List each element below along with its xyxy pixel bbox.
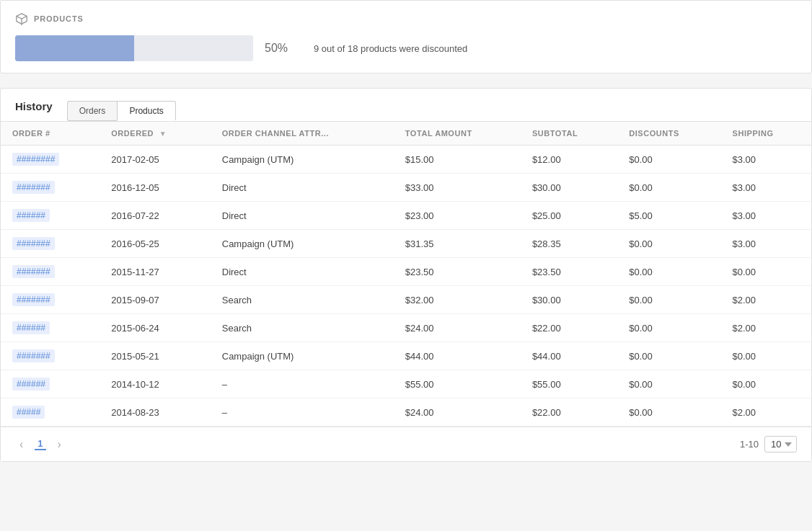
cell-ordered: 2017-02-05 [100, 146, 211, 174]
col-discounts: DISCOUNTS [617, 122, 720, 146]
cell-channel: Campaign (UTM) [211, 342, 394, 370]
order-id-link[interactable]: ######## [12, 153, 59, 166]
cell-ordered: 2014-08-23 [100, 398, 211, 427]
col-subtotal: SUBTOTAL [521, 122, 617, 146]
cell-shipping: $3.00 [721, 146, 811, 174]
progress-bar-container [15, 35, 253, 61]
cell-subtotal: $55.00 [521, 370, 617, 398]
col-order-num: ORDER # [1, 122, 100, 146]
cell-total: $55.00 [394, 370, 521, 398]
col-channel: ORDER CHANNEL ATTR... [211, 122, 394, 146]
cell-discounts: $0.00 [617, 342, 720, 370]
cell-shipping: $0.00 [721, 342, 811, 370]
col-shipping: SHIPPING [721, 122, 811, 146]
cell-ordered: 2015-06-24 [100, 314, 211, 342]
cell-channel: – [211, 370, 394, 398]
order-id-link[interactable]: ####### [12, 293, 55, 306]
cell-subtotal: $22.00 [521, 314, 617, 342]
col-ordered[interactable]: ORDERED ▼ [100, 122, 211, 146]
current-page: 1 [35, 438, 45, 450]
pagination-right: 1-10 10 25 50 [740, 436, 797, 452]
cell-order-num[interactable]: ####### [1, 174, 100, 202]
cell-total: $24.00 [394, 314, 521, 342]
order-id-link[interactable]: ###### [12, 378, 50, 391]
cell-subtotal: $23.50 [521, 258, 617, 286]
cell-discounts: $0.00 [617, 398, 720, 427]
cell-discounts: $5.00 [617, 202, 720, 230]
cell-discounts: $0.00 [617, 230, 720, 258]
products-header: PRODUCTS [15, 12, 797, 25]
progress-bar-fill [15, 35, 134, 61]
progress-row: 50% 9 out of 18 products were discounted [15, 35, 797, 61]
prev-page-button[interactable]: ‹ [15, 437, 27, 452]
cell-total: $23.50 [394, 258, 521, 286]
cell-discounts: $0.00 [617, 314, 720, 342]
cell-ordered: 2015-05-21 [100, 342, 211, 370]
table-row: ####### 2015-09-07 Search $32.00 $30.00 … [1, 286, 811, 314]
order-id-link[interactable]: ###### [12, 321, 50, 334]
order-id-link[interactable]: ####### [12, 237, 55, 250]
box-icon [15, 12, 28, 25]
tab-orders[interactable]: Orders [67, 101, 118, 121]
cell-order-num[interactable]: ###### [1, 202, 100, 230]
cell-channel: Direct [211, 174, 394, 202]
cell-order-num[interactable]: ######## [1, 146, 100, 174]
sort-icon: ▼ [159, 130, 167, 138]
next-page-button[interactable]: › [53, 437, 66, 452]
cell-channel: – [211, 398, 394, 427]
cell-order-num[interactable]: ####### [1, 342, 100, 370]
orders-table: ORDER # ORDERED ▼ ORDER CHANNEL ATTR... … [1, 122, 811, 427]
products-card: PRODUCTS 50% 9 out of 18 products were d… [0, 0, 812, 73]
cell-channel: Campaign (UTM) [211, 146, 394, 174]
cell-subtotal: $25.00 [521, 202, 617, 230]
table-row: ###### 2014-10-12 – $55.00 $55.00 $0.00 … [1, 370, 811, 398]
history-section: History Orders Products ORDER # ORDERED … [0, 88, 812, 462]
cell-discounts: $0.00 [617, 258, 720, 286]
history-title: History [15, 100, 53, 121]
cell-order-num[interactable]: ###### [1, 370, 100, 398]
cell-total: $24.00 [394, 398, 521, 427]
cell-order-num[interactable]: ###### [1, 314, 100, 342]
cell-order-num[interactable]: ####### [1, 286, 100, 314]
cell-ordered: 2016-12-05 [100, 174, 211, 202]
per-page-select[interactable]: 10 25 50 [764, 436, 797, 452]
cell-ordered: 2015-09-07 [100, 286, 211, 314]
order-id-link[interactable]: ####### [12, 265, 55, 278]
cell-total: $33.00 [394, 174, 521, 202]
cell-ordered: 2014-10-12 [100, 370, 211, 398]
order-id-link[interactable]: ##### [12, 406, 45, 419]
cell-subtotal: $28.35 [521, 230, 617, 258]
cell-channel: Direct [211, 258, 394, 286]
cell-shipping: $3.00 [721, 202, 811, 230]
tab-products[interactable]: Products [117, 101, 175, 121]
cell-order-num[interactable]: ##### [1, 398, 100, 427]
cell-total: $32.00 [394, 286, 521, 314]
cell-shipping: $3.00 [721, 174, 811, 202]
cell-subtotal: $30.00 [521, 286, 617, 314]
page-range: 1-10 [740, 439, 759, 450]
progress-percentage: 50% [265, 42, 288, 55]
table-row: ######## 2017-02-05 Campaign (UTM) $15.0… [1, 146, 811, 174]
cell-ordered: 2016-07-22 [100, 202, 211, 230]
cell-subtotal: $12.00 [521, 146, 617, 174]
table-row: ###### 2016-07-22 Direct $23.00 $25.00 $… [1, 202, 811, 230]
order-id-link[interactable]: ####### [12, 349, 55, 362]
products-discount-text: 9 out of 18 products were discounted [314, 43, 467, 54]
products-section-title: PRODUCTS [34, 14, 84, 23]
order-id-link[interactable]: ####### [12, 181, 55, 194]
cell-total: $23.00 [394, 202, 521, 230]
history-tabs: Orders Products [67, 101, 176, 120]
table-header-row: ORDER # ORDERED ▼ ORDER CHANNEL ATTR... … [1, 122, 811, 146]
table-row: ##### 2014-08-23 – $24.00 $22.00 $0.00 $… [1, 398, 811, 427]
cell-order-num[interactable]: ####### [1, 258, 100, 286]
order-id-link[interactable]: ###### [12, 209, 50, 222]
table-row: ####### 2016-05-25 Campaign (UTM) $31.35… [1, 230, 811, 258]
cell-discounts: $0.00 [617, 174, 720, 202]
pagination-controls: ‹ 1 › [15, 437, 66, 452]
cell-shipping: $2.00 [721, 286, 811, 314]
cell-total: $15.00 [394, 146, 521, 174]
cell-total: $31.35 [394, 230, 521, 258]
col-total: TOTAL AMOUNT [394, 122, 521, 146]
cell-order-num[interactable]: ####### [1, 230, 100, 258]
cell-shipping: $0.00 [721, 370, 811, 398]
